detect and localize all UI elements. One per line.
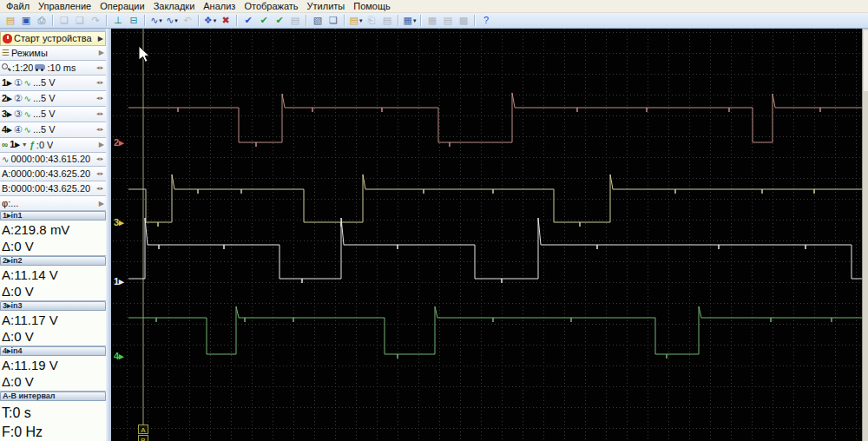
channel-number: 1▸	[2, 77, 12, 89]
adjust-arrows-icon[interactable]: ◂▸	[96, 155, 104, 162]
zero-marker-1[interactable]: 1▸	[114, 276, 124, 286]
zoom-select-icon[interactable]: ❖▾	[203, 14, 217, 27]
menu-item-2[interactable]: Управление	[34, 1, 95, 12]
probe-number-icon: ③	[14, 109, 23, 120]
function-icon: ƒ	[30, 140, 35, 150]
print-icon: ⎙	[38, 14, 46, 27]
cart-icon[interactable]: ⊟	[127, 14, 141, 27]
channel-row-in1[interactable]: 1▸①∿...5 V◂▸	[0, 76, 106, 91]
adjust-arrows-icon[interactable]: ◂▸	[96, 110, 104, 117]
dropdown-arrow-icon[interactable]: ▾	[214, 14, 217, 27]
wave-icon: ∿	[2, 155, 9, 164]
toolbar: ▤▣⎙❏❏↷⊥⊟∿▾∿▾↶❖▾✖✔✔✔▤▧❏▤▾⎗▤▦▾▦▤▩?	[0, 13, 868, 29]
dropdown-arrow-icon[interactable]: ▾	[413, 14, 417, 27]
copy-region-icon: ❏	[329, 14, 338, 27]
zero-marker-4[interactable]: 4▸	[114, 351, 124, 361]
app-window: ФайлУправлениеОперацииЗакладкиАнализОтоб…	[0, 0, 868, 441]
measure-header-in3[interactable]: 3▸in3	[0, 301, 106, 311]
help-icon: ?	[483, 14, 489, 27]
adjust-arrows-icon[interactable]: ◂▸	[96, 64, 104, 71]
chevron-right-icon: ▶	[99, 200, 104, 207]
adjust-arrows-icon[interactable]: ◂▸	[96, 95, 104, 102]
select-region-icon[interactable]: ▧	[311, 14, 325, 27]
start-device-button[interactable]: Старт устройства ▶	[0, 31, 106, 46]
copy-screen-icon: ❏	[60, 14, 69, 27]
select-region-icon: ▧	[313, 14, 322, 27]
menu-item-7[interactable]: Утилиты	[303, 1, 350, 12]
toolbar-separator	[306, 15, 307, 26]
interval-freq-value: F:0 Hz	[2, 423, 106, 441]
main-area: Старт устройства ▶ ☰ Режимы ▶ :1:20 :10 …	[0, 29, 868, 441]
toolbar-separator	[236, 15, 238, 26]
waveform-mode2-icon: ∿	[166, 14, 174, 27]
waveform-mode2-icon[interactable]: ∿▾	[165, 14, 179, 27]
open-file-icon[interactable]: ▤	[3, 14, 17, 27]
zero-marker-3[interactable]: 3▸	[114, 217, 124, 227]
level-ruler-icon[interactable]: ⊥	[111, 14, 125, 27]
vertical-scrollbar[interactable]	[862, 29, 868, 441]
menu-item-3[interactable]: Операции	[95, 1, 148, 12]
modes-row[interactable]: ☰ Режимы ▶	[0, 46, 106, 61]
measure-header-in2[interactable]: 2▸in2	[0, 256, 106, 266]
open-overlay-icon[interactable]: ▤▾	[349, 14, 363, 27]
menu-item-8[interactable]: Помощь	[349, 1, 395, 12]
trigger-level: :0 V	[36, 140, 54, 150]
overlay-paste-icon: ⎗	[368, 14, 376, 27]
trigger-row[interactable]: ∞ 1▸ ▼ ƒ :0 V ▶	[0, 138, 106, 153]
waveform-mode-icon[interactable]: ∿▾	[149, 14, 163, 27]
help-icon[interactable]: ?	[479, 14, 493, 27]
print-icon[interactable]: ⎙	[35, 14, 49, 27]
menu-item-5[interactable]: Анализ	[199, 1, 240, 12]
overlay-card-icon[interactable]: ▦▾	[403, 14, 417, 27]
record-time-row[interactable]: ∿ 0000:00:43.615.20 ◂▸	[0, 153, 106, 168]
cursor-b-value: B:0000:00:43.625.20	[2, 183, 90, 194]
interval-panel: T:0 s F:0 Hz	[0, 401, 106, 441]
interval-header[interactable]: A-B интервал	[0, 392, 106, 401]
menu-item-6[interactable]: Отображать	[240, 1, 302, 12]
dropdown-arrow-icon[interactable]: ▾	[174, 14, 178, 27]
phase-row[interactable]: φ:... ▶	[0, 196, 106, 211]
channel-row-in2[interactable]: 2▸②∿...5 V◂▸	[0, 91, 106, 107]
copy-screen2-icon: ❏	[73, 14, 87, 27]
confirm-icon[interactable]: ✔	[241, 14, 255, 27]
copy-screen-icon: ❏	[57, 14, 71, 27]
measure-header-in1[interactable]: 1▸in1	[0, 211, 106, 220]
channel-range-value: ...5 V	[33, 109, 56, 119]
cart-icon: ⊟	[129, 14, 137, 27]
measure-panel-in2: A:11.14 VΔ:0 V	[0, 266, 106, 301]
send-icon: ↷	[89, 14, 102, 27]
open-file-icon: ▤	[6, 14, 15, 27]
dropdown-arrow-icon[interactable]: ▾	[159, 14, 162, 27]
adjust-arrows-icon[interactable]: ◂▸	[96, 126, 104, 133]
toolbar-separator	[420, 15, 422, 26]
channel-number: 3▸	[2, 109, 12, 120]
dropdown-arrow-icon[interactable]: ▾	[359, 14, 363, 27]
channel-row-in3[interactable]: 3▸③∿...5 V◂▸	[0, 107, 106, 122]
measure-a-value: A:11.14 V	[2, 267, 106, 283]
zero-marker-2[interactable]: 2▸	[114, 137, 124, 148]
measure-header-in4[interactable]: 4▸in4	[0, 346, 106, 356]
channel-row-in4[interactable]: 4▸④∿...5 V◂▸	[0, 122, 106, 138]
cursor-a-tag-label: A	[141, 426, 146, 434]
adjust-arrows-icon[interactable]: ◂▸	[96, 79, 104, 86]
save-icon[interactable]: ▣	[19, 14, 33, 27]
scope-grid	[111, 29, 862, 441]
apply-down-icon[interactable]: ✔	[257, 14, 271, 27]
level-ruler-icon: ⊥	[114, 14, 122, 27]
doc2-icon: ▤	[441, 14, 455, 27]
overlay-paste-icon: ⎗	[365, 14, 378, 27]
menu-item-4[interactable]: Закладки	[149, 1, 200, 12]
cursor-b-row[interactable]: B:0000:00:43.625.20 ◂▸	[0, 181, 106, 196]
signal-icon: ∿	[24, 78, 31, 88]
adjust-arrows-icon[interactable]: ◂▸	[96, 185, 104, 192]
oscilloscope-display[interactable]: 2▸3▸1▸4▸AB	[111, 29, 862, 441]
menu-item-1[interactable]: Файл	[2, 1, 34, 12]
measure-a-value: A:11.17 V	[2, 312, 106, 328]
adjust-arrows-icon[interactable]: ◂▸	[96, 170, 104, 177]
detach-icon[interactable]: ✖	[219, 14, 233, 27]
copy-region-icon[interactable]: ❏	[326, 14, 340, 27]
cursor-a-row[interactable]: A:0000:00:43.625.20 ◂▸	[0, 167, 106, 181]
scale-row[interactable]: :1:20 :10 ms ◂▸	[0, 61, 106, 76]
apply-down2-icon[interactable]: ✔	[273, 14, 286, 27]
channel-range-value: ...5 V	[33, 77, 56, 88]
